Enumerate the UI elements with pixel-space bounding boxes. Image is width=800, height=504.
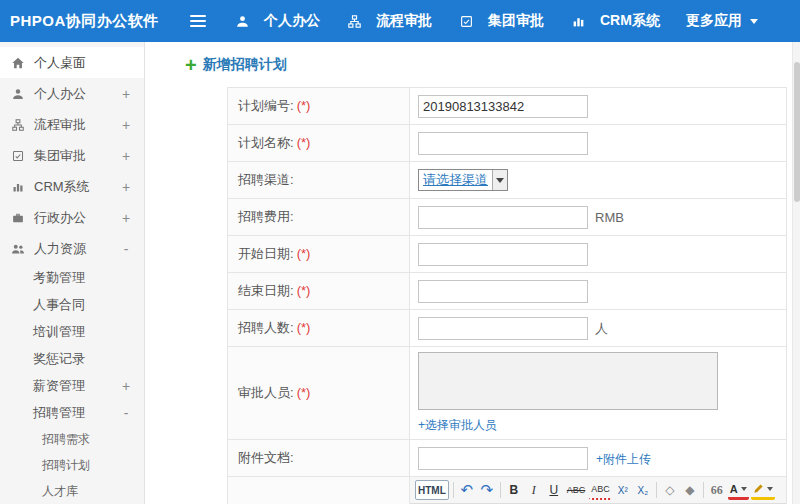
- recruitment-submenu: 招聘需求 招聘计划 人才库: [0, 426, 144, 504]
- topnav-more-apps[interactable]: 更多应用: [686, 12, 758, 30]
- expand-icon[interactable]: +: [120, 117, 132, 133]
- sidebar-item-rewards[interactable]: 奖惩记录: [0, 345, 144, 372]
- spellcheck-icon[interactable]: ABC: [589, 480, 612, 500]
- sidebar-item-admin-office[interactable]: 行政办公 +: [0, 202, 144, 233]
- sidebar-item-label: 薪资管理: [33, 377, 85, 395]
- sidebar-item-crm-system[interactable]: CRM系统 +: [0, 171, 144, 202]
- topnav-group-approval[interactable]: 集团审批: [458, 12, 544, 30]
- approval-icon: [458, 14, 474, 29]
- highlight-color-icon[interactable]: [751, 480, 775, 500]
- blockquote-icon[interactable]: 66: [708, 480, 726, 500]
- select-caret-icon: [492, 170, 507, 190]
- topbar: PHPOA协同办公软件 个人办公 流程审批 集团审批 CRM系统: [0, 0, 800, 42]
- sidebar-item-recruitment[interactable]: 招聘管理 -: [0, 399, 144, 426]
- unit-suffix: 人: [595, 321, 608, 336]
- superscript-icon[interactable]: X²: [614, 480, 632, 500]
- field-label: 结束日期:: [238, 283, 294, 298]
- strikethrough-icon[interactable]: ABC: [565, 480, 588, 500]
- approvers-textarea[interactable]: [418, 352, 718, 410]
- user-icon: [10, 86, 26, 101]
- topnav-workflow-approval[interactable]: 流程审批: [346, 12, 432, 30]
- choose-approvers-link[interactable]: +选择审批人员: [418, 417, 497, 434]
- sidebar-item-label: 培训管理: [33, 323, 85, 341]
- briefcase-icon: [10, 210, 26, 225]
- sidebar-item-label: 考勤管理: [33, 269, 85, 287]
- rich-text-editor: HTML ↶ ↷ B I U ABC ABC X² X₂ ◇: [410, 477, 787, 504]
- format-brush-icon[interactable]: ◆: [681, 480, 699, 500]
- hamburger-menu-icon[interactable]: [190, 15, 206, 27]
- users-icon: [10, 241, 26, 256]
- attachment-upload-link[interactable]: +附件上传: [596, 451, 651, 468]
- field-label-cell: 招聘渠道:: [228, 162, 410, 199]
- sidebar-item-label: CRM系统: [34, 178, 90, 196]
- sidebar: 个人桌面 个人办公 + 流程审批 + 集团审批 +: [0, 42, 145, 504]
- sidebar-item-desktop[interactable]: 个人桌面: [0, 47, 144, 78]
- sidebar-item-salary[interactable]: 薪资管理 +: [0, 372, 144, 399]
- sidebar-item-training[interactable]: 培训管理: [0, 318, 144, 345]
- collapse-icon[interactable]: -: [120, 405, 132, 421]
- sidebar-item-personal-office[interactable]: 个人办公 +: [0, 78, 144, 109]
- remove-format-icon[interactable]: ◇: [661, 480, 679, 500]
- sidebar-item-label: 集团审批: [34, 147, 86, 165]
- end-date-input[interactable]: [418, 280, 588, 303]
- hr-submenu: 考勤管理 人事合同 培训管理 奖惩记录 薪资管理 + 招聘管理 -: [0, 264, 144, 504]
- sidebar-item-label: 人才库: [42, 483, 78, 500]
- underline-icon[interactable]: U: [545, 480, 563, 500]
- collapse-icon[interactable]: -: [120, 241, 132, 257]
- workflow-icon: [10, 117, 26, 132]
- scrollbar-thumb[interactable]: [794, 62, 800, 202]
- sidebar-item-hr-contract[interactable]: 人事合同: [0, 291, 144, 318]
- sidebar-item-workflow-approval[interactable]: 流程审批 +: [0, 109, 144, 140]
- sidebar-item-group-approval[interactable]: 集团审批 +: [0, 140, 144, 171]
- sidebar-item-label: 招聘计划: [42, 457, 90, 474]
- expand-icon[interactable]: +: [120, 378, 132, 394]
- editor-toolbar-row1: HTML ↶ ↷ B I U ABC ABC X² X₂ ◇: [410, 477, 786, 504]
- form-row-attachment: 附件文档: +附件上传: [228, 440, 787, 477]
- field-label-cell: 开始日期:(*): [228, 236, 410, 273]
- add-icon: +: [185, 58, 197, 72]
- italic-icon[interactable]: I: [525, 480, 543, 500]
- cost-input[interactable]: [418, 206, 588, 229]
- sidebar-item-human-resources[interactable]: 人力资源 -: [0, 233, 144, 264]
- plan-name-input[interactable]: [418, 132, 588, 155]
- subscript-icon[interactable]: X₂: [634, 480, 652, 500]
- sidebar-item-recruit-plan[interactable]: 招聘计划: [0, 452, 144, 478]
- toolbar-separator: [703, 482, 704, 498]
- expand-icon[interactable]: +: [120, 210, 132, 226]
- app-brand: PHPOA协同办公软件: [0, 12, 162, 31]
- start-date-input[interactable]: [418, 243, 588, 266]
- field-label: 招聘费用:: [238, 209, 294, 224]
- sidebar-item-attendance[interactable]: 考勤管理: [0, 264, 144, 291]
- field-label: 计划名称:: [238, 135, 294, 150]
- headcount-input[interactable]: [418, 317, 588, 340]
- plan-no-input[interactable]: [418, 95, 588, 118]
- redo-icon[interactable]: ↷: [478, 480, 496, 500]
- text-color-icon[interactable]: A: [728, 480, 749, 500]
- topnav-label: 个人办公: [264, 12, 320, 30]
- required-marker: (*): [297, 385, 311, 400]
- channel-select[interactable]: 请选择渠道: [418, 169, 508, 191]
- field-label-cell: [228, 477, 410, 504]
- expand-icon[interactable]: +: [120, 86, 132, 102]
- topnav-personal-office[interactable]: 个人办公: [234, 12, 320, 30]
- field-label: 附件文档:: [238, 450, 294, 465]
- sidebar-item-talent-pool[interactable]: 人才库: [0, 478, 144, 504]
- user-icon: [234, 14, 250, 29]
- undo-icon[interactable]: ↶: [458, 480, 476, 500]
- topnav-crm-system[interactable]: CRM系统: [570, 12, 660, 30]
- source-code-button[interactable]: HTML: [415, 480, 449, 500]
- home-icon: [10, 55, 26, 70]
- attachment-input[interactable]: [418, 447, 588, 470]
- vertical-scrollbar[interactable]: [792, 42, 800, 504]
- sidebar-item-recruit-demand[interactable]: 招聘需求: [0, 426, 144, 452]
- expand-icon[interactable]: +: [120, 148, 132, 164]
- expand-icon[interactable]: +: [120, 179, 132, 195]
- field-label: 计划编号:: [238, 98, 294, 113]
- form-row-editor: HTML ↶ ↷ B I U ABC ABC X² X₂ ◇: [228, 477, 787, 504]
- currency-suffix: RMB: [595, 210, 624, 225]
- page-title-text: 新增招聘计划: [203, 56, 287, 74]
- sidebar-item-label: 行政办公: [34, 209, 86, 227]
- bold-icon[interactable]: B: [505, 480, 523, 500]
- toolbar-separator: [500, 482, 501, 498]
- field-label-cell: 审批人员:(*): [228, 347, 410, 440]
